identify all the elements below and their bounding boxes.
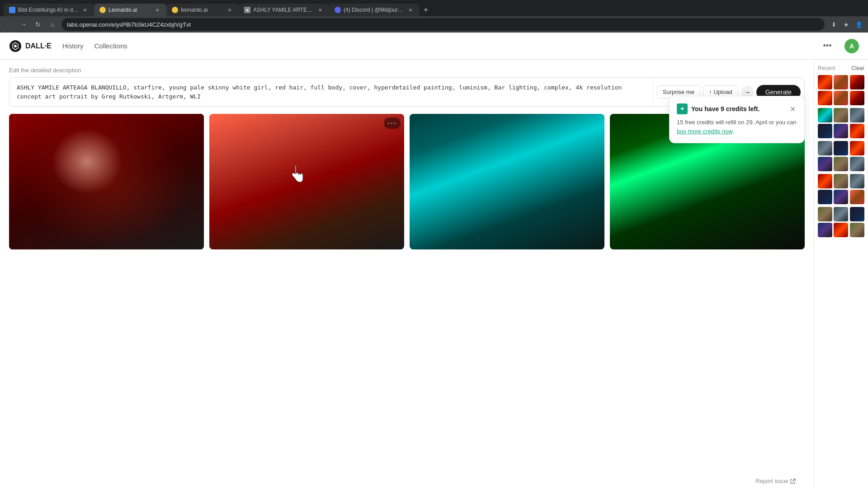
thumbnail-2-2[interactable] bbox=[834, 108, 848, 122]
image-grid: ··· bbox=[9, 114, 805, 474]
thumbnail-3-3[interactable] bbox=[850, 141, 864, 155]
thumbnail-5-6[interactable] bbox=[850, 223, 864, 237]
image-card-2-menu[interactable]: ··· bbox=[384, 117, 401, 129]
thumbnail-1-4[interactable] bbox=[818, 91, 832, 105]
thumbnail-group-3 bbox=[818, 141, 864, 171]
thumbnail-4-3[interactable] bbox=[850, 174, 864, 188]
tab-3-favicon bbox=[172, 7, 178, 13]
image-card-3[interactable] bbox=[410, 114, 604, 249]
thumbnail-2-3[interactable] bbox=[850, 108, 864, 122]
tab-4-title: ASHLY YAMILE ARTEAGA BLAN... bbox=[253, 7, 314, 13]
buy-credits-link[interactable]: buy more credits now bbox=[677, 128, 732, 135]
recent-label: Recent bbox=[818, 65, 835, 71]
tab-3-title: leonardo.ai bbox=[181, 7, 223, 13]
thumbnail-4-1[interactable] bbox=[818, 174, 832, 188]
forward-button[interactable]: → bbox=[18, 19, 29, 30]
nav-history[interactable]: History bbox=[62, 40, 84, 52]
upload-icon: ↑ bbox=[709, 89, 712, 95]
thumbnail-group-4 bbox=[818, 174, 864, 204]
browser-actions: ⬇ ★ 👤 bbox=[828, 19, 864, 30]
tab-1[interactable]: Bild-Erstellungs-KI in der Übers... ✕ bbox=[4, 4, 94, 16]
prompt-label: Edit the detailed description bbox=[9, 67, 805, 74]
browser-chrome: Bild-Erstellungs-KI in der Übers... ✕ Le… bbox=[0, 0, 868, 33]
top-nav: DALL·E History Collections ••• A bbox=[0, 33, 868, 60]
thumbnail-group-1 bbox=[818, 75, 864, 105]
sidebar-header: Recent Clear bbox=[818, 63, 864, 75]
thumbnail-4-4[interactable] bbox=[818, 190, 832, 204]
notif-close-button[interactable]: ✕ bbox=[788, 104, 797, 113]
thumbnail-5-1[interactable] bbox=[818, 207, 832, 221]
right-sidebar: Recent Clear bbox=[814, 60, 868, 488]
notif-body: 15 free credits will refill on 29. April… bbox=[677, 118, 797, 136]
new-tab-button[interactable]: + bbox=[420, 4, 432, 16]
external-link-icon bbox=[790, 479, 796, 484]
left-panel: Edit the detailed description Surprise m… bbox=[0, 60, 814, 488]
thumbnail-group-2 bbox=[818, 108, 864, 138]
thumbnail-3-2[interactable] bbox=[834, 141, 848, 155]
app: DALL·E History Collections ••• A Edit th… bbox=[0, 33, 868, 488]
address-text: labs.openai.com/e/ysPBi7bSkU4CZ4zxbjIVgT… bbox=[67, 21, 191, 28]
thumbnail-2-4[interactable] bbox=[818, 124, 832, 138]
tab-2-close[interactable]: ✕ bbox=[154, 6, 161, 14]
tab-5-title: (4) Discord | @Midjourney Bot bbox=[344, 7, 404, 13]
openai-icon: ✦ bbox=[677, 103, 688, 114]
back-button[interactable]: ← bbox=[4, 19, 14, 30]
prompt-input[interactable] bbox=[9, 78, 653, 106]
tab-5-close[interactable]: ✕ bbox=[407, 6, 414, 14]
nav-more-button[interactable]: ••• bbox=[821, 40, 834, 52]
tab-5[interactable]: (4) Discord | @Midjourney Bot ✕ bbox=[329, 4, 420, 16]
thumbnail-1-6[interactable] bbox=[850, 91, 864, 105]
tabs-bar: Bild-Erstellungs-KI in der Übers... ✕ Le… bbox=[0, 0, 868, 16]
thumbnail-4-6[interactable] bbox=[850, 190, 864, 204]
bookmark-button[interactable]: ★ bbox=[841, 19, 852, 30]
notif-title: You have 9 credits left. bbox=[691, 105, 784, 113]
thumbnail-2-5[interactable] bbox=[834, 124, 848, 138]
refresh-button[interactable]: ↻ bbox=[33, 19, 43, 30]
thumbnail-5-3[interactable] bbox=[850, 207, 864, 221]
thumbnail-5-4[interactable] bbox=[818, 223, 832, 237]
nav-collections[interactable]: Collections bbox=[94, 40, 127, 52]
svg-point-1 bbox=[14, 45, 17, 47]
thumbnail-3-1[interactable] bbox=[818, 141, 832, 155]
image-card-1[interactable] bbox=[9, 114, 204, 249]
thumbnail-1-2[interactable] bbox=[834, 75, 848, 89]
upload-label: Upload bbox=[713, 89, 732, 95]
tab-5-favicon bbox=[335, 7, 341, 13]
notif-header: ✦ You have 9 credits left. ✕ bbox=[677, 103, 797, 114]
tab-4[interactable]: ✦ ASHLY YAMILE ARTEAGA BLAN... ✕ bbox=[239, 4, 329, 16]
tab-2-favicon bbox=[99, 7, 106, 13]
tab-2[interactable]: Leonardo.ai ✕ bbox=[94, 4, 166, 16]
report-issue-link[interactable]: Report issue bbox=[9, 474, 805, 488]
thumbnail-4-5[interactable] bbox=[834, 190, 848, 204]
extensions-button[interactable]: ⬇ bbox=[828, 19, 839, 30]
thumbnail-4-2[interactable] bbox=[834, 174, 848, 188]
thumbnail-3-6[interactable] bbox=[850, 157, 864, 171]
profile-button[interactable]: 👤 bbox=[854, 19, 864, 30]
tab-2-title: Leonardo.ai bbox=[108, 7, 151, 13]
tab-1-title: Bild-Erstellungs-KI in der Übers... bbox=[18, 7, 79, 13]
thumbnail-1-5[interactable] bbox=[834, 91, 848, 105]
credits-notification: ✦ You have 9 credits left. ✕ 15 free cre… bbox=[669, 96, 805, 143]
thumbnail-group-5 bbox=[818, 207, 864, 237]
thumbnail-1-1[interactable] bbox=[818, 75, 832, 89]
tab-3-close[interactable]: ✕ bbox=[226, 6, 233, 14]
tab-1-close[interactable]: ✕ bbox=[81, 6, 89, 14]
thumbnail-5-2[interactable] bbox=[834, 207, 848, 221]
main-content: Edit the detailed description Surprise m… bbox=[0, 60, 868, 488]
tab-3[interactable]: leonardo.ai ✕ bbox=[166, 4, 239, 16]
thumbnail-3-5[interactable] bbox=[834, 157, 848, 171]
clear-button[interactable]: Clear bbox=[851, 65, 864, 71]
browser-toolbar: ← → ↻ ⌂ labs.openai.com/e/ysPBi7bSkU4CZ4… bbox=[0, 16, 868, 33]
thumbnail-5-5[interactable] bbox=[834, 223, 848, 237]
thumbnail-2-1[interactable] bbox=[818, 108, 832, 122]
image-card-2[interactable]: ··· bbox=[209, 114, 404, 249]
user-avatar[interactable]: A bbox=[844, 39, 859, 53]
thumbnail-2-6[interactable] bbox=[850, 124, 864, 138]
thumbnail-1-3[interactable] bbox=[850, 75, 864, 89]
home-button[interactable]: ⌂ bbox=[47, 19, 58, 30]
app-logo-text: DALL·E bbox=[25, 42, 52, 50]
address-bar[interactable]: labs.openai.com/e/ysPBi7bSkU4CZ4zxbjIVgT… bbox=[61, 18, 825, 31]
tab-4-close[interactable]: ✕ bbox=[316, 6, 324, 14]
thumbnail-3-4[interactable] bbox=[818, 157, 832, 171]
report-issue-label: Report issue bbox=[755, 478, 788, 484]
